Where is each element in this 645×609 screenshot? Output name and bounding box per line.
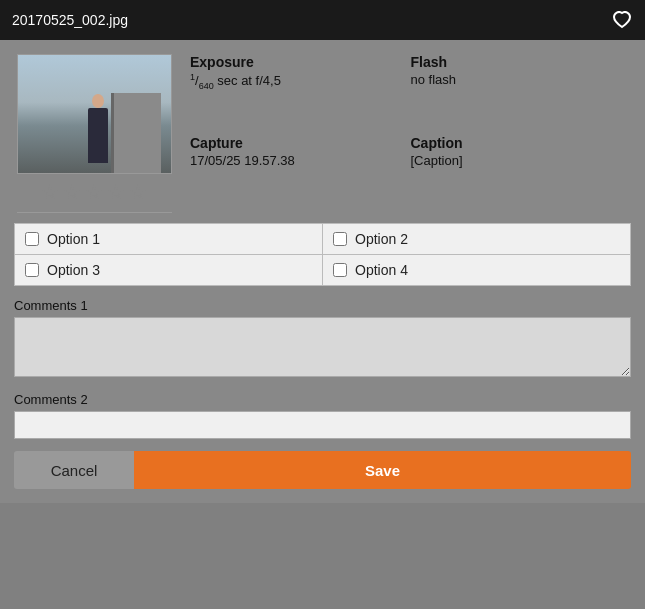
save-button[interactable]: Save <box>134 451 631 489</box>
cancel-button[interactable]: Cancel <box>14 451 134 489</box>
star-1[interactable]: ☆ <box>41 182 59 202</box>
option-2-label[interactable]: Option 2 <box>355 231 408 247</box>
exposure-value: 1/640 sec at f/4,5 <box>190 72 411 91</box>
option-1-checkbox[interactable] <box>25 232 39 246</box>
option-1-cell[interactable]: Option 1 <box>15 224 323 254</box>
options-grid: Option 1 Option 2 Option 3 Option 4 <box>14 223 631 286</box>
stars-divider <box>17 212 172 213</box>
option-3-cell[interactable]: Option 3 <box>15 255 323 285</box>
caption-value: [Caption] <box>411 153 632 168</box>
thumbnail-area: ☆ ☆ ☆ ☆ ☆ <box>14 54 174 213</box>
star-5[interactable]: ☆ <box>129 182 147 202</box>
option-1-label[interactable]: Option 1 <box>47 231 100 247</box>
caption-group: Caption [Caption] <box>411 135 632 201</box>
flash-group: Flash no flash <box>411 54 632 123</box>
option-4-checkbox[interactable] <box>333 263 347 277</box>
capture-value: 17/05/25 19.57.38 <box>190 153 411 168</box>
option-2-cell[interactable]: Option 2 <box>323 224 630 254</box>
flash-value: no flash <box>411 72 632 87</box>
star-3[interactable]: ☆ <box>85 182 103 202</box>
photo-metadata: Exposure 1/640 sec at f/4,5 Flash no fla… <box>190 54 631 213</box>
option-2-checkbox[interactable] <box>333 232 347 246</box>
star-4[interactable]: ☆ <box>107 182 125 202</box>
comments-1-section: Comments 1 <box>14 298 631 380</box>
star-2[interactable]: ☆ <box>63 182 81 202</box>
thumbnail-image <box>18 55 171 173</box>
photo-thumbnail <box>17 54 172 174</box>
star-rating[interactable]: ☆ ☆ ☆ ☆ ☆ <box>41 182 147 208</box>
favorite-button[interactable] <box>611 9 633 31</box>
option-3-checkbox[interactable] <box>25 263 39 277</box>
exposure-group: Exposure 1/640 sec at f/4,5 <box>190 54 411 123</box>
capture-group: Capture 17/05/25 19.57.38 <box>190 135 411 201</box>
main-content: ☆ ☆ ☆ ☆ ☆ Exposure 1/640 sec at f/4,5 Fl… <box>0 40 645 503</box>
flash-label: Flash <box>411 54 632 70</box>
comments-2-input[interactable] <box>14 411 631 439</box>
comments-1-textarea[interactable] <box>14 317 631 377</box>
exposure-label: Exposure <box>190 54 411 70</box>
comments-2-section: Comments 2 <box>14 392 631 439</box>
filename-label: 20170525_002.jpg <box>12 12 128 28</box>
capture-label: Capture <box>190 135 411 151</box>
title-bar: 20170525_002.jpg <box>0 0 645 40</box>
footer-buttons: Cancel Save <box>14 451 631 503</box>
option-4-label[interactable]: Option 4 <box>355 262 408 278</box>
caption-label: Caption <box>411 135 632 151</box>
top-section: ☆ ☆ ☆ ☆ ☆ Exposure 1/640 sec at f/4,5 Fl… <box>14 54 631 213</box>
option-3-label[interactable]: Option 3 <box>47 262 100 278</box>
options-row-1: Option 1 Option 2 <box>15 224 630 255</box>
comments-1-label: Comments 1 <box>14 298 631 313</box>
option-4-cell[interactable]: Option 4 <box>323 255 630 285</box>
options-row-2: Option 3 Option 4 <box>15 255 630 285</box>
comments-2-label: Comments 2 <box>14 392 631 407</box>
